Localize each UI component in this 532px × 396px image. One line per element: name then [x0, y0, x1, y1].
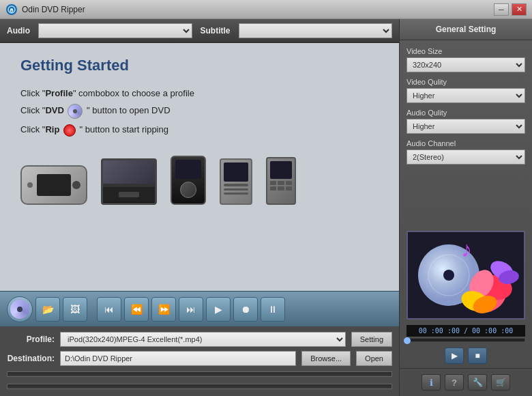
main-container: Audio Subtitle Getting Started Click "Pr…	[0, 19, 532, 396]
svg-text:O: O	[10, 8, 14, 13]
device-ipod	[171, 156, 206, 205]
help-button[interactable]: ?	[445, 374, 464, 391]
audio-quality-label: Audio Qulity	[407, 109, 525, 117]
profile-select[interactable]: iPod(320x240)MPEG-4 Excellent(*.mp4)	[60, 332, 346, 347]
help-icon: ?	[452, 378, 457, 388]
right-panel: General Setting Video Size 320x240 640x4…	[399, 19, 532, 396]
dvd-button[interactable]	[7, 296, 33, 322]
title-bar: O Odin DVD Ripper ─ ✕	[0, 0, 532, 19]
instruction-1: Click "Profile" combobox to choose a pro…	[20, 88, 379, 98]
audio-channel-label: Audio Channel	[407, 139, 525, 147]
destination-label: Destination:	[7, 354, 55, 363]
bottom-controls: Profile: iPod(320x240)MPEG-4 Excellent(*…	[0, 326, 399, 396]
content-area: Getting Started Click "Profile" combobox…	[0, 43, 399, 291]
open-button[interactable]: Open	[356, 351, 392, 366]
info-icon: ℹ	[430, 378, 433, 388]
subtitle-label: Subtitle	[201, 26, 231, 36]
progress-bar-1	[7, 371, 392, 377]
destination-input[interactable]	[60, 351, 296, 366]
info-button[interactable]: ℹ	[422, 374, 441, 391]
snapshot-button[interactable]: 🖼	[63, 297, 87, 322]
profile-row: Profile: iPod(320x240)MPEG-4 Excellent(*…	[7, 332, 392, 347]
device-phone1	[220, 158, 252, 205]
bottom-icons: ℹ ? 🔧 🛒	[400, 368, 532, 396]
destination-row: Destination: Browse... Open	[7, 351, 392, 366]
video-quality-label: Video Qulity	[407, 78, 525, 86]
rewind-button[interactable]: ⏪	[124, 297, 149, 322]
video-size-select[interactable]: 320x240 640x480 720x480 1280x720	[407, 57, 525, 72]
time-progress-bar[interactable]	[407, 338, 525, 342]
right-stop-button[interactable]: ■	[468, 348, 487, 364]
preview-area: ♪	[407, 231, 525, 320]
wrench-icon: 🔧	[473, 378, 483, 387]
general-setting-header: General Setting	[400, 19, 532, 40]
instruction-3: Click "Rip " button to start ripping	[20, 124, 379, 137]
svg-point-6	[443, 270, 454, 281]
minimize-button[interactable]: ─	[494, 3, 509, 16]
record-button[interactable]: ⏺	[233, 297, 258, 322]
app-title: Odin DVD Ripper	[22, 5, 494, 14]
rip-inline-icon	[63, 124, 76, 137]
audio-quality-select[interactable]: Higher High Normal Low	[407, 119, 525, 134]
pause-button[interactable]: ⏸	[261, 297, 285, 322]
preview-svg: ♪	[413, 233, 519, 318]
subtitle-select[interactable]	[239, 23, 393, 38]
cart-icon: 🛒	[496, 378, 506, 387]
device-icons	[20, 156, 379, 205]
audio-select[interactable]	[38, 23, 192, 38]
getting-started-title: Getting Started	[20, 57, 379, 74]
window-controls: ─ ✕	[494, 3, 527, 16]
close-button[interactable]: ✕	[512, 3, 527, 16]
settings-area: Video Size 320x240 640x480 720x480 1280x…	[400, 40, 532, 225]
open-folder-button[interactable]: 📂	[35, 297, 60, 322]
dvd-inline-icon	[68, 104, 83, 119]
time-progress-handle[interactable]	[404, 337, 411, 344]
progress-bar-2	[7, 384, 392, 389]
right-play-button[interactable]: ▶	[445, 348, 464, 364]
device-photo-frame	[101, 158, 157, 205]
settings-button[interactable]: 🔧	[468, 374, 487, 391]
play-button[interactable]: ▶	[206, 297, 231, 322]
left-panel: Audio Subtitle Getting Started Click "Pr…	[0, 19, 399, 396]
preview-image: ♪	[408, 232, 524, 318]
time-display: 00 :00 :00 / 00 :00 :00	[407, 325, 525, 337]
transport-bar: 📂 🖼 ⏮ ⏪ ⏩ ⏭ ▶ ⏺ ⏸	[0, 291, 399, 326]
purchase-button[interactable]: 🛒	[491, 374, 510, 391]
top-bar: Audio Subtitle	[0, 19, 399, 43]
skip-forward-button[interactable]: ⏭	[179, 297, 203, 322]
playback-controls: ▶ ■	[407, 348, 525, 364]
device-psp	[20, 165, 87, 205]
video-size-label: Video Size	[407, 47, 525, 55]
profile-label: Profile:	[7, 335, 55, 344]
skip-back-button[interactable]: ⏮	[97, 297, 121, 322]
instruction-2: Click "DVD " button to open DVD	[20, 104, 379, 119]
video-quality-select[interactable]: Higher High Normal Low	[407, 88, 525, 103]
app-icon: O	[5, 3, 18, 16]
svg-text:♪: ♪	[461, 237, 472, 261]
audio-label: Audio	[7, 26, 30, 36]
fast-forward-button[interactable]: ⏩	[151, 297, 176, 322]
audio-channel-select[interactable]: 2(Stereo) 1(Mono) 4(Quad)	[407, 150, 525, 165]
device-phone2	[266, 157, 296, 205]
browse-button[interactable]: Browse...	[301, 351, 351, 366]
setting-button[interactable]: Setting	[351, 332, 392, 347]
